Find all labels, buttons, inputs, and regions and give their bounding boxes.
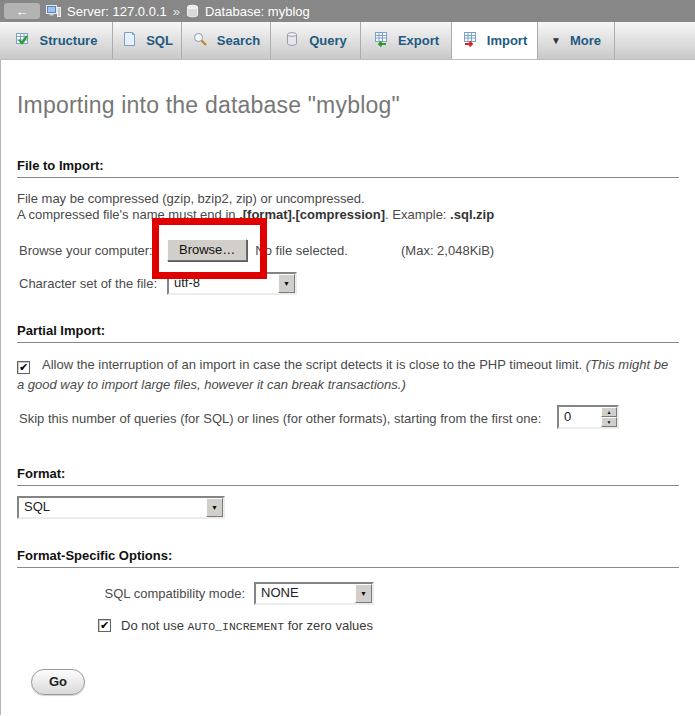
back-arrow-icon: ← [16,5,29,18]
max-size-text: (Max: 2,048KiB) [401,243,494,258]
charset-label: Character set of the file: [19,276,167,291]
checkmark-icon: ✔ [19,362,28,373]
search-icon [192,31,208,50]
tab-import[interactable]: Import [452,22,538,59]
allow-interruption-row: ✔Allow the interruption of an import in … [17,355,679,395]
export-icon [373,31,389,50]
allow-interruption-checkbox[interactable]: ✔ [17,361,30,374]
auto-increment-code: AUTO_INCREMENT [188,620,285,633]
sql-compatibility-value: NONE [256,584,355,603]
breadcrumb-server[interactable]: Server: 127.0.0.1 [67,4,167,19]
tab-query[interactable]: Query [271,22,361,59]
browse-button[interactable]: Browse… [167,239,247,261]
help-line2-mid: . Example: [385,207,450,222]
more-arrow-icon: ▼ [551,36,561,46]
database-icon [186,4,199,18]
auto-increment-text: Do not use AUTO_INCREMENT for zero value… [121,618,373,633]
compression-help-text: File may be compressed (gzip, bzip2, zip… [17,191,681,223]
tab-search[interactable]: Search [182,22,271,59]
tab-bar: Structure SQL Search Query Export Import… [0,22,695,60]
tab-label: More [570,33,601,48]
tab-label: Search [217,33,260,48]
query-icon [284,31,300,50]
breadcrumb-database[interactable]: Database: myblog [205,4,310,19]
help-line1: File may be compressed (gzip, bzip2, zip… [17,191,365,206]
browse-row: Browse your computer: Browse… No file se… [15,238,681,262]
tab-label: Export [398,33,439,48]
tab-label: Import [487,33,527,48]
skip-queries-label: Skip this number of queries (for SQL) or… [19,411,541,426]
checkmark-icon: ✔ [100,620,109,631]
page-title: Importing into the database "myblog" [15,60,681,119]
spin-down-icon[interactable]: ▼ [601,417,617,427]
tab-label: Query [309,33,347,48]
allow-interruption-text: Allow the interruption of an import in c… [42,357,586,372]
breadcrumb-bar: ← Server: 127.0.0.1 » Database: myblog [0,0,695,22]
format-selected-value: SQL [19,498,206,517]
breadcrumb-separator: » [173,4,180,19]
import-icon [462,31,478,50]
tab-export[interactable]: Export [361,22,452,59]
sql-icon [121,31,137,50]
skip-queries-value[interactable]: 0 [559,407,601,427]
chevron-down-icon[interactable]: ▼ [206,498,223,517]
spin-up-icon[interactable]: ▲ [601,407,617,417]
sql-compatibility-select[interactable]: NONE ▼ [254,582,374,605]
skip-queries-row: Skip this number of queries (for SQL) or… [15,405,681,431]
server-icon [46,4,61,18]
charset-row: Character set of the file: utf-8 ▼ [15,271,681,295]
tab-label: Structure [40,33,98,48]
tab-label: SQL [146,33,173,48]
charset-select[interactable]: utf-8 ▼ [167,272,297,295]
import-page: Importing into the database "myblog" Fil… [0,60,695,715]
skip-queries-stepper[interactable]: 0 ▲ ▼ [557,405,619,429]
chevron-down-icon[interactable]: ▼ [355,584,372,603]
help-format-pattern: .[format].[compression] [239,207,385,222]
chevron-down-icon[interactable]: ▼ [278,274,295,293]
go-button[interactable]: Go [31,669,85,695]
section-heading-file-to-import: File to Import: [17,158,679,178]
section-heading-partial-import: Partial Import: [17,323,679,343]
tab-sql[interactable]: SQL [113,22,182,59]
browse-label: Browse your computer: [19,243,167,258]
help-example: .sql.zip [450,207,494,222]
no-file-selected-text: No file selected. [255,243,348,258]
structure-icon [15,31,31,50]
sql-compatibility-row: SQL compatibility mode: NONE ▼ [15,581,681,605]
auto-increment-row: ✔ Do not use AUTO_INCREMENT for zero val… [15,618,681,633]
charset-selected-value: utf-8 [169,274,278,293]
help-line2-prefix: A compressed file's name must end in [17,207,239,222]
format-select[interactable]: SQL ▼ [17,496,225,519]
tab-structure[interactable]: Structure [0,22,113,59]
section-heading-format-options: Format-Specific Options: [17,548,679,568]
section-heading-format: Format: [17,466,679,486]
tab-more[interactable]: ▼ More [538,22,615,59]
back-button[interactable]: ← [4,3,40,19]
auto-increment-checkbox[interactable]: ✔ [98,619,111,632]
sql-compatibility-label: SQL compatibility mode: [99,586,245,601]
format-row: SQL ▼ [15,496,681,519]
